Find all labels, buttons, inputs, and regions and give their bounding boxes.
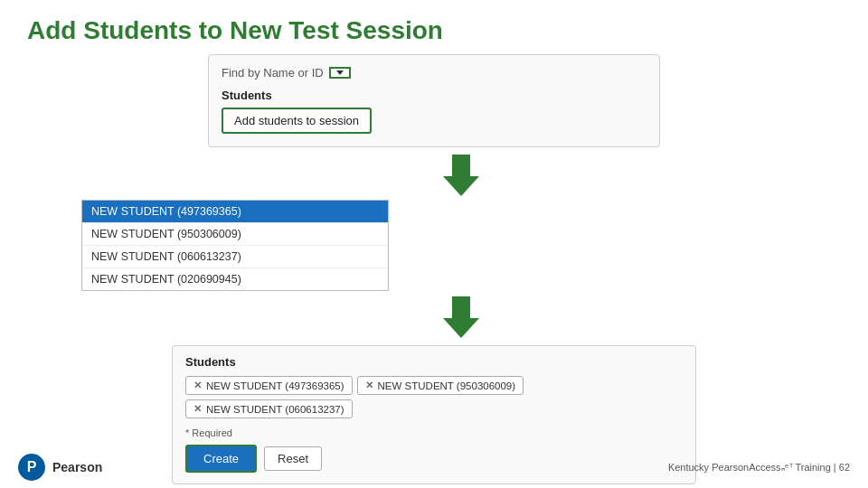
pearson-logo: P Pearson <box>18 454 102 481</box>
student-tag-1-text: NEW STUDENT (497369365) <box>206 380 344 391</box>
student-tag-2-text: NEW STUDENT (950306009) <box>378 380 516 391</box>
arrow-shaft-2 <box>452 296 470 318</box>
dropdown-item-3[interactable]: NEW STUDENT (060613237) <box>82 246 388 268</box>
pearson-logo-text: Pearson <box>52 460 102 474</box>
dropdown-item-2[interactable]: NEW STUDENT (950306009) <box>82 223 388 246</box>
student-tag-1: ✕ NEW STUDENT (497369365) <box>185 376 353 395</box>
arrow-head-2 <box>443 318 479 338</box>
remove-student-1[interactable]: ✕ <box>193 380 202 391</box>
dropdown-item-1[interactable]: NEW STUDENT (497369365) <box>82 201 388 223</box>
student-dropdown-list: NEW STUDENT (497369365) NEW STUDENT (950… <box>81 200 389 291</box>
add-students-button[interactable]: Add students to session <box>222 108 372 134</box>
arrow-shaft-1 <box>452 155 470 176</box>
student-tag-2: ✕ NEW STUDENT (950306009) <box>357 376 524 395</box>
remove-student-3[interactable]: ✕ <box>193 403 202 415</box>
arrow-head-1 <box>443 176 479 196</box>
search-box: Find by Name or ID Students Add students… <box>208 54 660 147</box>
remove-student-2[interactable]: ✕ <box>365 380 373 391</box>
student-tags-container: ✕ NEW STUDENT (497369365) ✕ NEW STUDENT … <box>185 376 683 418</box>
find-label: Find by Name or ID <box>222 66 324 80</box>
student-tag-3: ✕ NEW STUDENT (060613237) <box>185 399 353 418</box>
students-section-label: Students <box>185 355 683 369</box>
find-dropdown[interactable] <box>329 67 351 79</box>
pearson-logo-circle: P <box>18 454 45 481</box>
students-label: Students <box>222 89 646 102</box>
down-arrow-2 <box>443 296 479 338</box>
dropdown-arrow-icon <box>336 70 344 75</box>
page-title: Add Students to New Test Session <box>0 0 868 54</box>
down-arrow-1 <box>443 155 479 196</box>
footer-page-info: Kentucky PearsonAccessₙᵉᵀ Training | 62 <box>668 462 850 474</box>
footer: P Pearson Kentucky PearsonAccessₙᵉᵀ Trai… <box>18 454 850 481</box>
dropdown-item-4[interactable]: NEW STUDENT (020690945) <box>82 268 388 290</box>
student-tag-3-text: NEW STUDENT (060613237) <box>206 404 344 415</box>
required-note: * Required <box>185 427 683 438</box>
